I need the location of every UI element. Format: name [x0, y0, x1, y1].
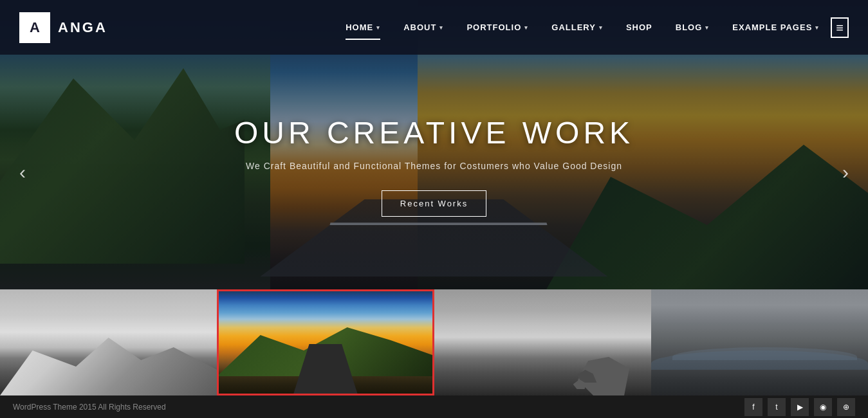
twitter-icon[interactable]: t — [768, 398, 786, 416]
thumbnail-4[interactable] — [651, 289, 868, 395]
arrow-right-icon: › — [842, 161, 849, 183]
logo-icon[interactable]: A — [19, 12, 50, 43]
hero-content: OUR CREATIVE WORK We Craft Beautiful and… — [0, 55, 868, 289]
brand-name: ANGA — [58, 19, 107, 36]
footer: WordPress Theme 2015 All Rights Reserved… — [0, 395, 868, 418]
instagram-icon[interactable]: ◉ — [814, 398, 832, 416]
nav-label-shop: SHOP — [626, 23, 652, 32]
chevron-down-icon: ▾ — [599, 24, 603, 31]
chevron-down-icon: ▾ — [376, 24, 380, 31]
chevron-down-icon: ▾ — [815, 24, 819, 31]
arrow-left-icon: ‹ — [19, 161, 26, 183]
nav-item-portfolio[interactable]: PORTFOLIO ▾ — [455, 16, 540, 39]
thumbnail-1[interactable] — [0, 289, 217, 395]
nav-item-example-pages[interactable]: EXAMPLE PAGES ▾ — [721, 16, 831, 39]
nav-label-portfolio: PORTFOLIO — [466, 23, 521, 32]
nav-label-home: HOME — [346, 23, 373, 32]
hero-title: OUR CREATIVE WORK — [234, 115, 634, 150]
chevron-down-icon: ▾ — [524, 24, 528, 31]
chevron-down-icon: ▾ — [439, 24, 443, 31]
nav-item-home[interactable]: HOME ▾ — [334, 16, 392, 39]
facebook-icon[interactable]: f — [744, 398, 762, 416]
header: A ANGA HOME ▾ ABOUT ▾ PORTFOLIO ▾ GALLER… — [0, 0, 868, 55]
youtube-icon[interactable]: ▶ — [791, 398, 809, 416]
logo-letter: A — [30, 19, 40, 36]
logo-area[interactable]: A ANGA — [19, 12, 107, 43]
nav-label-example-pages: EXAMPLE PAGES — [732, 23, 812, 32]
menu-toggle-icon[interactable]: ≡ — [831, 17, 849, 38]
social-icons: f t ▶ ◉ ⊕ — [744, 398, 855, 416]
nav-item-gallery[interactable]: GALLERY ▾ — [540, 16, 614, 39]
nav-item-shop[interactable]: SHOP — [614, 16, 664, 39]
thumbnail-strip — [0, 289, 868, 395]
main-nav: HOME ▾ ABOUT ▾ PORTFOLIO ▾ GALLERY ▾ SHO… — [334, 16, 849, 39]
footer-copyright: WordPress Theme 2015 All Rights Reserved — [13, 403, 166, 412]
thumbnail-2[interactable] — [217, 289, 434, 395]
hero-cta-button[interactable]: Recent Works — [382, 190, 486, 217]
chevron-down-icon: ▾ — [705, 24, 709, 31]
nav-item-about[interactable]: ABOUT ▾ — [392, 16, 455, 39]
thumbnail-3[interactable] — [434, 289, 651, 395]
globe-icon[interactable]: ⊕ — [837, 398, 855, 416]
hero-next-button[interactable]: › — [836, 155, 855, 190]
nav-label-about: ABOUT — [403, 23, 436, 32]
hero-prev-button[interactable]: ‹ — [13, 155, 32, 190]
hero-subtitle: We Craft Beautiful and Functional Themes… — [246, 161, 622, 171]
nav-item-blog[interactable]: BLOG ▾ — [664, 16, 721, 39]
nav-label-blog: BLOG — [676, 23, 703, 32]
nav-label-gallery: GALLERY — [551, 23, 596, 32]
